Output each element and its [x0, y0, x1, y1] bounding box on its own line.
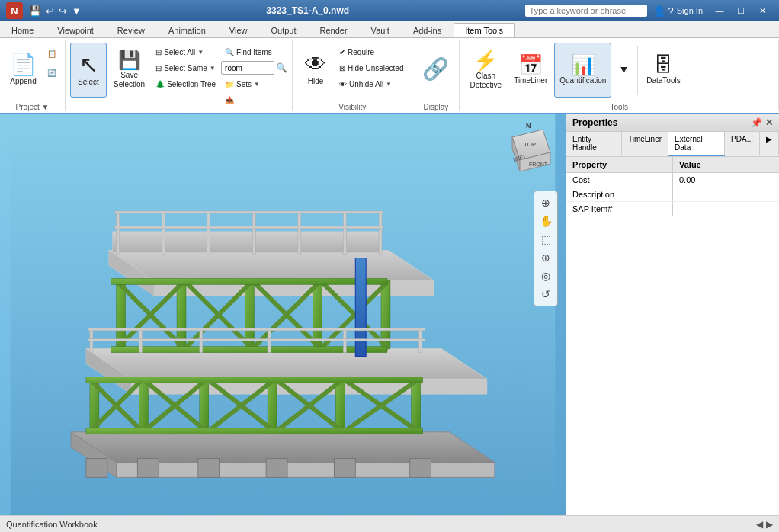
svg-rect-14 [335, 379, 345, 431]
tab-view[interactable]: View [218, 23, 259, 37]
nav-cube[interactable]: TOP LEFT FRONT N [497, 122, 558, 184]
hide-button[interactable]: 👁 Hide [297, 43, 334, 98]
table-row: Description [566, 187, 779, 202]
svg-rect-53 [115, 226, 383, 229]
user-icon[interactable]: 👤 [653, 5, 665, 17]
options-icon[interactable]: ▼ [72, 5, 82, 17]
pan-tool-button[interactable]: ✋ [537, 213, 554, 229]
viewport[interactable]: TOP LEFT FRONT N ⊕ ✋ ⬚ ⊕ ◎ ↺ [0, 114, 566, 515]
svg-rect-66 [334, 459, 355, 478]
quantification-button[interactable]: 📊 Quantification [554, 43, 611, 98]
sets-icon: 📁 [225, 80, 234, 88]
redo-icon[interactable]: ↪ [59, 5, 67, 17]
append-button[interactable]: 📄 Append [5, 43, 42, 98]
svg-rect-43 [355, 258, 366, 357]
svg-rect-40 [86, 428, 423, 434]
tab-entity-handle[interactable]: Entity Handle [566, 132, 622, 156]
properties-title: Properties [572, 117, 617, 128]
timeliner-icon: 📅 [518, 55, 543, 75]
main-area: TOP LEFT FRONT N ⊕ ✋ ⬚ ⊕ ◎ ↺ Properties … [0, 114, 779, 515]
tab-animation[interactable]: Animation [157, 23, 217, 37]
select-same-button[interactable]: ⊟ Select Same ▼ [152, 60, 220, 75]
status-prev-icon[interactable]: ◀ [756, 519, 763, 530]
cost-property-label: Cost [566, 173, 672, 187]
reset-button[interactable]: ↺ [537, 286, 554, 303]
timeliner-button[interactable]: 📅 TimeLiner [508, 43, 553, 98]
select-all-button[interactable]: ⊞ Select All ▼ [152, 44, 220, 59]
search-input[interactable] [525, 5, 647, 17]
save-selection-button[interactable]: 💾 Save Selection [108, 43, 150, 98]
undo-icon[interactable]: ↩ [46, 5, 54, 17]
svg-rect-65 [266, 459, 287, 478]
properties-close-icon[interactable]: ✕ [765, 117, 773, 128]
app-logo: N [6, 2, 23, 19]
datatools-button[interactable]: 🗄 DataTools [641, 43, 685, 98]
status-text: Quantification Workbook [6, 520, 98, 529]
sap-property-label: SAP Item# [566, 202, 672, 216]
tab-external-data[interactable]: External Data [668, 132, 725, 156]
sets-button[interactable]: 📁 Sets ▼ [221, 76, 287, 91]
find-items-icon: 🔍 [225, 48, 234, 56]
zoom-tool-button[interactable]: ⬚ [537, 231, 554, 248]
svg-rect-39 [86, 377, 423, 383]
tab-itemtools[interactable]: Item Tools [454, 23, 515, 37]
3d-model-svg [0, 114, 566, 515]
zoom-fit-button[interactable]: ⊕ [537, 249, 554, 266]
more-tools-button[interactable]: ▼ [613, 43, 634, 98]
close-button[interactable]: ✕ [752, 3, 773, 18]
hide-unselected-button[interactable]: ⊠ Hide Unselected [335, 60, 407, 75]
focus-button[interactable]: ◎ [537, 268, 554, 284]
properties-pin-icon[interactable]: 📌 [751, 117, 762, 128]
quick-access-icon[interactable]: 💾 [29, 5, 41, 17]
selection-tree-button[interactable]: 🌲 Selection Tree [152, 76, 220, 91]
find-items-button[interactable]: 🔍 Find Items [221, 44, 287, 59]
visibility-group-label: Visibility [296, 101, 409, 113]
tab-review[interactable]: Review [106, 23, 156, 37]
sign-in[interactable]: Sign In [677, 6, 703, 15]
clash-detective-icon: ⚡ [473, 50, 498, 70]
svg-rect-62 [86, 459, 107, 478]
svg-rect-61 [88, 339, 425, 341]
property-column-header: Property [566, 157, 672, 172]
orbit-tool-button[interactable]: ⊕ [537, 194, 554, 211]
tab-pda[interactable]: PDA... [725, 132, 760, 156]
tab-viewpoint[interactable]: Viewpoint [46, 23, 105, 37]
tab-scroll-right[interactable]: ▶ [760, 132, 779, 156]
search-field[interactable] [221, 61, 274, 75]
status-next-icon[interactable]: ▶ [766, 519, 773, 530]
require-icon: ✔ [339, 48, 345, 56]
svg-rect-49 [298, 213, 301, 255]
ribbon-group-display: 🔗 Display [412, 40, 460, 111]
properties-tabs: Entity Handle TimeLiner External Data PD… [566, 132, 779, 157]
select-button[interactable]: ↖ Select [70, 43, 107, 98]
link-button[interactable]: 🔗 [417, 43, 454, 98]
svg-rect-44 [113, 232, 381, 253]
search-go-icon[interactable]: 🔍 [276, 62, 287, 73]
export-button[interactable]: 📤 [221, 92, 287, 107]
tab-addins[interactable]: Add-ins [402, 23, 453, 37]
require-button[interactable]: ✔ Require [335, 44, 407, 59]
properties-table: Property Value Cost 0.00 Description SAP… [566, 157, 779, 515]
tab-timeliner[interactable]: TimeLiner [622, 132, 668, 156]
tab-output[interactable]: Output [260, 23, 308, 37]
description-property-label: Description [566, 187, 672, 201]
hide-icon: 👁 [305, 54, 326, 75]
title-bar: N 💾 ↩ ↪ ▼ 3323_TS1-A_0.nwd 👤 ? Sign In —… [0, 0, 779, 21]
tab-home[interactable]: Home [0, 23, 45, 37]
clash-detective-button[interactable]: ⚡ Clash Detective [464, 43, 507, 98]
tab-vault[interactable]: Vault [360, 23, 401, 37]
refresh-button[interactable]: 🔄 [43, 63, 60, 82]
save-selection-icon: 💾 [118, 51, 141, 69]
unhide-all-button[interactable]: 👁 Unhide All ▼ [335, 76, 407, 91]
svg-rect-41 [111, 278, 387, 284]
svg-marker-4 [86, 349, 487, 380]
svg-rect-51 [379, 213, 382, 255]
help-icon[interactable]: ? [668, 5, 674, 17]
minimize-button[interactable]: — [709, 3, 730, 18]
merge-button[interactable]: 📋 [43, 44, 60, 62]
maximize-button[interactable]: ☐ [730, 3, 752, 18]
export-icon: 📤 [225, 96, 234, 104]
tab-render[interactable]: Render [309, 23, 359, 37]
append-icon: 📄 [10, 54, 37, 75]
ribbon-group-select-search: ↖ Select 💾 Save Selection ⊞ Select All ▼… [66, 40, 293, 111]
